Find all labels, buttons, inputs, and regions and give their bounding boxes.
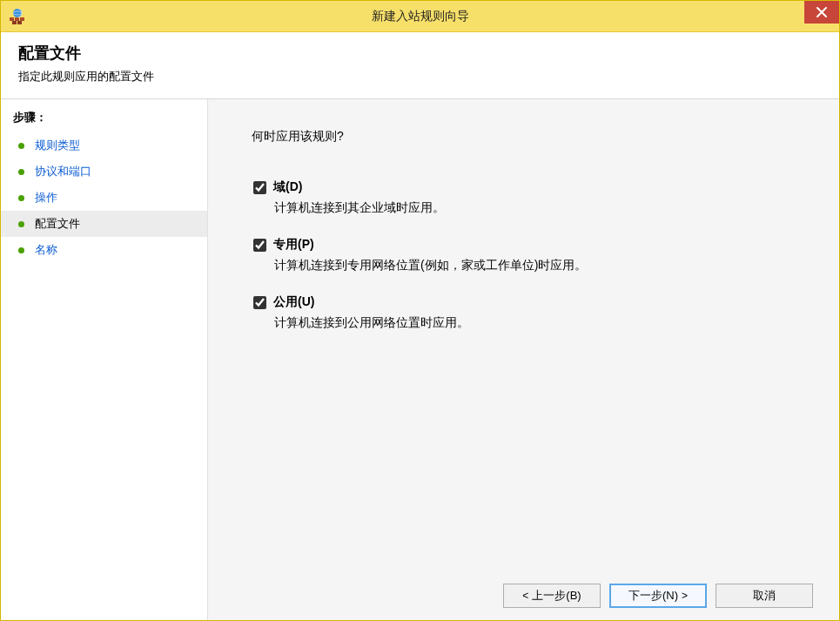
svg-rect-0: [10, 17, 14, 21]
step-bullet-icon: [18, 143, 24, 149]
step-item-protocol-port[interactable]: 协议和端口: [1, 159, 207, 185]
checkbox-domain[interactable]: [253, 181, 266, 194]
option-public: 公用(U) 计算机连接到公用网络位置时应用。: [252, 294, 822, 331]
step-bullet-icon: [18, 169, 24, 175]
option-private-header: 专用(P): [253, 237, 822, 253]
step-label: 配置文件: [35, 216, 80, 232]
step-label: 协议和端口: [35, 164, 91, 179]
option-domain-title: 域(D): [273, 179, 302, 195]
step-label: 规则类型: [35, 138, 80, 153]
step-item-action[interactable]: 操作: [1, 185, 207, 211]
option-public-desc: 计算机连接到公用网络位置时应用。: [274, 315, 822, 331]
page-subtitle: 指定此规则应用的配置文件: [18, 69, 822, 84]
titlebar: 新建入站规则向导: [1, 1, 839, 32]
cancel-button[interactable]: 取消: [716, 584, 813, 608]
back-button-label: 上一步(B): [532, 588, 581, 604]
option-domain-header: 域(D): [253, 179, 822, 195]
svg-rect-3: [12, 21, 17, 24]
close-button[interactable]: [804, 1, 839, 24]
step-bullet-icon: [18, 221, 24, 227]
close-icon: [816, 7, 827, 17]
step-label: 名称: [35, 242, 57, 258]
checkbox-private[interactable]: [253, 239, 266, 252]
header-panel: 配置文件 指定此规则应用的配置文件: [1, 32, 839, 99]
step-item-profile[interactable]: 配置文件: [1, 211, 207, 237]
chevron-right-icon: >: [682, 591, 688, 601]
window-title: 新建入站规则向导: [1, 9, 839, 24]
step-bullet-icon: [18, 195, 24, 201]
svg-rect-4: [17, 21, 22, 24]
option-private-desc: 计算机连接到专用网络位置(例如，家或工作单位)时应用。: [274, 258, 822, 273]
main-pane: 何时应用该规则? 域(D) 计算机连接到其企业域时应用。 专用(P) 计算机连接…: [208, 99, 839, 620]
option-private-title: 专用(P): [273, 237, 314, 253]
wizard-window: 新建入站规则向导 配置文件 指定此规则应用的配置文件 步骤： 规则类型 协议和端…: [0, 0, 840, 621]
steps-heading: 步骤：: [1, 106, 207, 132]
step-label: 操作: [35, 190, 57, 206]
wizard-footer: < 上一步(B) 下一步(N) > 取消: [208, 571, 839, 620]
option-domain: 域(D) 计算机连接到其企业域时应用。: [252, 179, 822, 216]
svg-rect-2: [20, 17, 24, 21]
checkbox-public[interactable]: [253, 296, 266, 309]
option-public-title: 公用(U): [273, 294, 314, 310]
profile-question: 何时应用该规则?: [252, 129, 822, 145]
chevron-left-icon: <: [522, 591, 528, 601]
cancel-button-label: 取消: [753, 588, 776, 604]
svg-rect-1: [15, 17, 19, 21]
body-area: 步骤： 规则类型 协议和端口 操作 配置文件 名称: [1, 99, 839, 620]
main-content: 何时应用该规则? 域(D) 计算机连接到其企业域时应用。 专用(P) 计算机连接…: [208, 99, 839, 571]
next-button[interactable]: 下一步(N) >: [609, 584, 707, 608]
steps-sidebar: 步骤： 规则类型 协议和端口 操作 配置文件 名称: [1, 99, 208, 620]
firewall-icon: [10, 9, 25, 24]
back-button[interactable]: < 上一步(B): [503, 584, 601, 608]
option-public-header: 公用(U): [253, 294, 822, 310]
page-title: 配置文件: [18, 43, 822, 64]
option-private: 专用(P) 计算机连接到专用网络位置(例如，家或工作单位)时应用。: [252, 237, 822, 273]
option-domain-desc: 计算机连接到其企业域时应用。: [274, 200, 822, 216]
step-item-name[interactable]: 名称: [1, 237, 207, 263]
step-bullet-icon: [18, 247, 24, 253]
step-item-rule-type[interactable]: 规则类型: [1, 132, 207, 159]
next-button-label: 下一步(N): [628, 588, 678, 604]
